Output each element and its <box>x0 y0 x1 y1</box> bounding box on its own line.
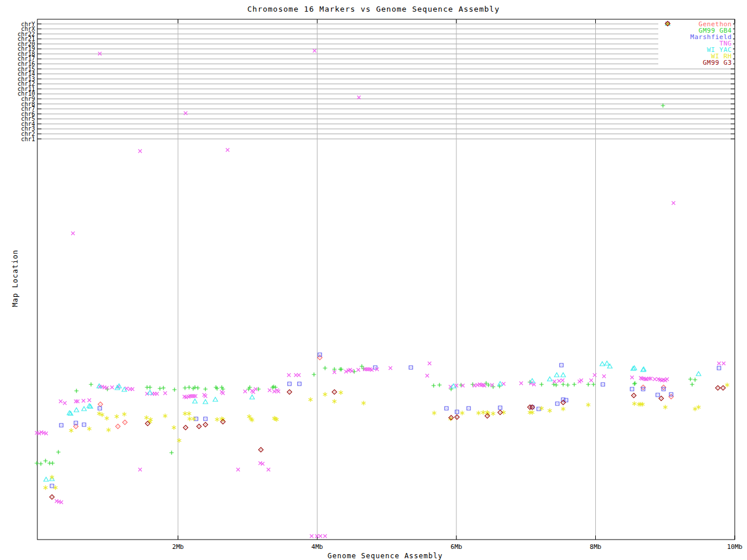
data-point <box>672 201 675 205</box>
data-point <box>649 377 652 380</box>
data-point <box>560 363 563 367</box>
data-point <box>697 405 701 410</box>
data-point <box>187 411 191 416</box>
data-point <box>455 410 459 414</box>
series-gm99-gb4 <box>34 103 697 466</box>
data-point <box>554 373 559 377</box>
legend-item-gm99-g3: GM99 G3 <box>659 60 732 66</box>
data-point <box>572 382 576 386</box>
data-point <box>589 379 593 382</box>
data-point <box>632 382 636 386</box>
data-point <box>297 373 301 377</box>
data-point <box>39 461 43 466</box>
data-point <box>715 386 720 390</box>
data-point <box>318 353 322 356</box>
data-point <box>602 374 606 378</box>
data-point <box>690 382 694 386</box>
data-point <box>455 415 459 419</box>
data-point <box>460 411 465 415</box>
data-point <box>547 377 552 381</box>
data-point <box>696 372 701 376</box>
data-point <box>172 425 176 430</box>
data-point <box>110 386 114 389</box>
data-point <box>158 386 162 390</box>
data-point <box>688 377 692 381</box>
data-point <box>365 368 368 371</box>
data-point <box>204 417 207 421</box>
data-point <box>184 111 187 115</box>
data-point <box>548 408 552 413</box>
data-point <box>312 372 316 376</box>
data-point <box>633 381 637 385</box>
data-point <box>71 232 75 235</box>
data-point <box>461 384 465 387</box>
data-point <box>693 407 697 411</box>
data-point <box>662 387 665 391</box>
data-point <box>554 383 558 387</box>
data-point <box>287 390 292 394</box>
data-point <box>445 407 448 410</box>
data-point <box>277 390 280 393</box>
data-point <box>428 362 431 365</box>
data-point <box>566 383 570 387</box>
data-point <box>693 377 697 382</box>
scatter-plot <box>0 0 747 560</box>
data-point <box>183 386 187 390</box>
data-point <box>60 501 63 504</box>
data-point <box>261 462 264 466</box>
data-point <box>34 461 39 465</box>
data-point <box>656 393 659 397</box>
data-point <box>725 383 729 387</box>
data-point <box>481 383 485 387</box>
data-point <box>105 416 109 421</box>
data-point <box>600 362 605 366</box>
x-tick-label-2Mb: 2Mb <box>160 543 196 551</box>
data-point <box>498 382 502 386</box>
data-point <box>50 461 54 465</box>
data-point <box>431 383 435 387</box>
data-point <box>196 386 200 390</box>
data-point <box>298 382 301 386</box>
data-point <box>163 391 167 395</box>
x-tick-label-6Mb: 6Mb <box>439 543 474 551</box>
data-point <box>131 387 134 391</box>
data-point <box>556 402 559 405</box>
series-wi-yac <box>44 361 701 481</box>
data-point <box>722 362 725 365</box>
data-point <box>323 366 327 370</box>
data-point <box>60 424 63 427</box>
data-point <box>259 447 263 452</box>
data-point <box>204 394 207 398</box>
data-point <box>467 407 470 410</box>
data-point <box>287 373 291 377</box>
data-point <box>116 424 120 429</box>
data-point <box>539 382 543 386</box>
data-point <box>647 377 651 380</box>
data-point <box>213 397 218 401</box>
data-point <box>50 484 54 488</box>
data-point <box>197 424 201 429</box>
data-point <box>561 382 565 386</box>
legend-marker-icon <box>658 20 673 27</box>
data-point <box>498 406 502 410</box>
data-point <box>76 400 79 403</box>
plot-frame <box>37 19 735 540</box>
x-tick-label-4Mb: 4Mb <box>300 543 335 551</box>
data-point <box>183 425 188 430</box>
data-point <box>333 399 337 404</box>
data-point <box>82 423 86 426</box>
data-point <box>187 385 191 389</box>
series-gm99-g3 <box>50 386 725 499</box>
data-point <box>409 366 413 369</box>
data-point <box>161 386 165 390</box>
data-point <box>586 382 590 386</box>
legend: GenethonGM99 GB4MarshfieldTNGWI YACWI RH… <box>658 20 733 66</box>
data-point <box>268 388 271 392</box>
series-wi-rh <box>44 383 729 490</box>
data-point <box>44 432 48 435</box>
data-point <box>50 495 54 499</box>
data-point <box>288 382 291 386</box>
data-point <box>389 366 392 370</box>
data-point <box>561 407 566 411</box>
data-point <box>717 366 721 370</box>
